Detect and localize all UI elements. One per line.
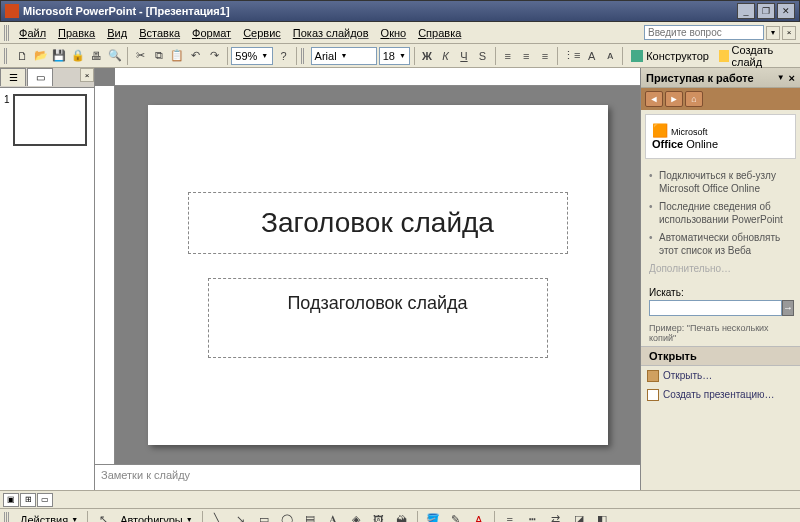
cut-button[interactable]: ✂ [132,46,149,66]
folder-icon [647,370,659,382]
back-button[interactable]: ◄ [645,91,663,107]
clipart-tool[interactable]: 🖼 [369,510,389,523]
forward-button[interactable]: ► [665,91,683,107]
menu-slideshow[interactable]: Показ слайдов [287,25,375,41]
search-input[interactable] [649,300,782,316]
link-news[interactable]: Последние сведения об использовании Powe… [649,198,792,229]
taskpane-dropdown-icon[interactable]: ▼ [777,73,785,82]
copy-button[interactable]: ⧉ [150,46,167,66]
wordart-tool[interactable]: 𝐀 [323,510,343,523]
arrow-tool[interactable]: ↘ [231,510,251,523]
line-style-tool[interactable]: ≡ [500,510,520,523]
new-button[interactable]: 🗋 [14,46,31,66]
title-placeholder[interactable]: Заголовок слайда [188,192,568,254]
diagram-tool[interactable]: ◈ [346,510,366,523]
pane-close-button[interactable]: × [80,68,94,82]
menu-window[interactable]: Окно [375,25,413,41]
minimize-button[interactable]: _ [737,3,755,19]
save-button[interactable]: 💾 [51,46,68,66]
menu-format[interactable]: Формат [186,25,237,41]
italic-button[interactable]: К [437,46,454,66]
link-connect[interactable]: Подключиться к веб-узлу Microsoft Office… [649,167,792,198]
slide-canvas-area[interactable]: Заголовок слайда Подзаголовок слайда [95,68,640,464]
textbox-tool[interactable]: ▤ [300,510,320,523]
search-go-button[interactable]: → [782,300,794,316]
oval-tool[interactable]: ◯ [277,510,297,523]
print-button[interactable]: 🖶 [88,46,105,66]
notes-pane[interactable]: Заметки к слайду [95,464,640,490]
thumbnail-area: 1 [0,88,94,490]
zoom-value: 59% [235,50,257,62]
chevron-down-icon: ▼ [261,52,268,59]
home-button[interactable]: ⌂ [685,91,703,107]
slideshow-view-button[interactable]: ▭ [37,493,53,507]
sorter-view-button[interactable]: ⊞ [20,493,36,507]
permission-button[interactable]: 🔒 [70,46,87,66]
arrow-style-tool[interactable]: ⇄ [546,510,566,523]
zoom-combo[interactable]: 59%▼ [231,47,273,65]
help-button[interactable]: ? [275,46,292,66]
preview-button[interactable]: 🔍 [107,46,124,66]
bullets-button[interactable]: ⋮≡ [562,46,581,66]
link-autoupdate[interactable]: Автоматически обновлять этот список из В… [649,229,792,260]
decrease-font-button[interactable]: ᴀ [602,46,619,66]
new-slide-button[interactable]: Создать слайд [715,44,796,68]
rectangle-tool[interactable]: ▭ [254,510,274,523]
app-name: Microsoft PowerPoint [23,5,136,17]
slide[interactable]: Заголовок слайда Подзаголовок слайда [148,105,608,445]
paste-button[interactable]: 📋 [169,46,186,66]
designer-button[interactable]: Конструктор [627,50,713,62]
redo-button[interactable]: ↷ [206,46,223,66]
line-color-tool[interactable]: ✎ [446,510,466,523]
menu-view[interactable]: Вид [101,25,133,41]
shadow-style-tool[interactable]: ◪ [569,510,589,523]
grip-icon [4,48,8,64]
dash-style-tool[interactable]: ┅ [523,510,543,523]
autoshapes-menu[interactable]: Автофигуры▼ [116,514,197,523]
align-center-button[interactable]: ≡ [518,46,535,66]
create-action[interactable]: Создать презентацию… [641,385,800,404]
ask-dropdown-icon[interactable]: ▾ [766,26,780,40]
fontsize-combo[interactable]: 18▼ [379,47,410,65]
align-right-button[interactable]: ≡ [537,46,554,66]
separator [557,47,558,65]
menu-edit[interactable]: Правка [52,25,101,41]
search-label: Искать: [649,287,792,298]
picture-tool[interactable]: 🏔 [392,510,412,523]
font-color-tool[interactable]: A [469,510,489,523]
open-action[interactable]: Открыть… [641,366,800,385]
actions-menu[interactable]: Действия▼ [16,514,82,523]
menu-insert[interactable]: Вставка [133,25,186,41]
slide-thumbnail-1[interactable]: 1 [4,94,90,146]
menu-file[interactable]: Файл [13,25,52,41]
shadow-button[interactable]: S [474,46,491,66]
office-online-logo: 🟧 Microsoft Office Online [645,114,796,159]
align-left-button[interactable]: ≡ [500,46,517,66]
close-button[interactable]: ✕ [777,3,795,19]
3d-style-tool[interactable]: ◧ [592,510,612,523]
outline-tab[interactable]: ☰ [0,68,26,86]
fill-color-tool[interactable]: 🪣 [423,510,443,523]
taskpane-close-button[interactable]: × [789,72,795,84]
maximize-button[interactable]: ❐ [757,3,775,19]
normal-view-button[interactable]: ▣ [3,493,19,507]
select-tool[interactable]: ↖ [93,510,113,523]
menu-tools[interactable]: Сервис [237,25,287,41]
task-pane: Приступая к работе ▼ × ◄ ► ⌂ 🟧 Microsoft… [640,68,800,490]
subtitle-placeholder[interactable]: Подзаголовок слайда [208,278,548,358]
link-more[interactable]: Дополнительно… [649,260,792,279]
undo-button[interactable]: ↶ [187,46,204,66]
menu-help[interactable]: Справка [412,25,467,41]
increase-font-button[interactable]: A [583,46,600,66]
font-combo[interactable]: Arial▼ [311,47,377,65]
bold-button[interactable]: Ж [419,46,436,66]
line-tool[interactable]: ╲ [208,510,228,523]
underline-button[interactable]: Ч [456,46,473,66]
ask-input[interactable] [644,25,764,40]
separator [87,511,88,523]
slides-tab[interactable]: ▭ [27,68,53,86]
thumbnail-number: 1 [4,94,10,105]
separator [202,511,203,523]
open-button[interactable]: 📂 [33,46,50,66]
doc-close-button[interactable]: × [782,26,796,40]
